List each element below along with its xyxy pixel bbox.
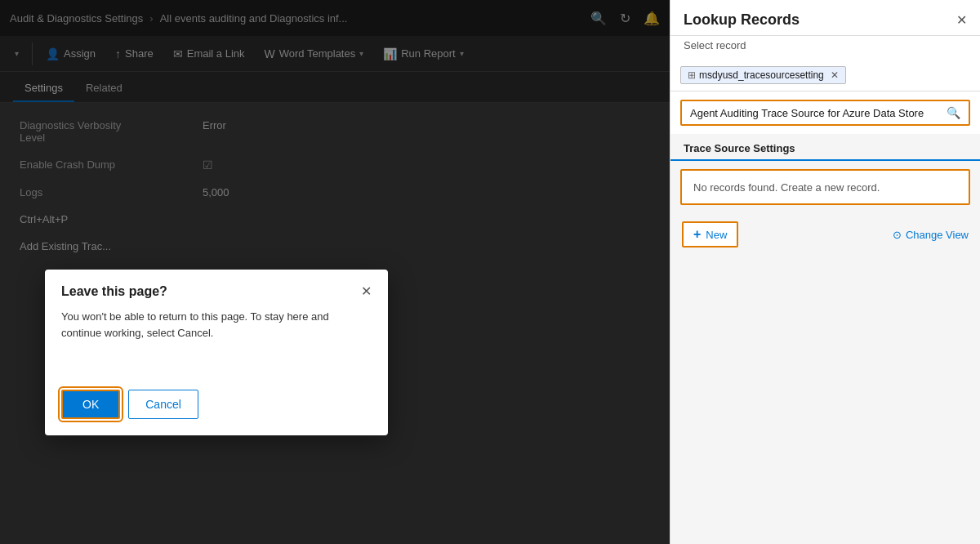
leave-page-dialog: Leave this page? ✕ You won't be able to … bbox=[45, 270, 388, 435]
ok-button[interactable]: OK bbox=[61, 390, 120, 419]
new-btn-row: + New ⊙ Change View bbox=[670, 213, 980, 256]
no-records-text: No records found. Create a new record. bbox=[693, 181, 880, 194]
view-icon: ⊙ bbox=[893, 229, 902, 241]
tag-remove-button[interactable]: ✕ bbox=[831, 69, 839, 81]
search-box-area: 🔍 bbox=[670, 91, 980, 134]
dialog-header: Leave this page? ✕ bbox=[45, 270, 388, 309]
lookup-panel: Lookup Records ✕ Select record ⊞ msdyusd… bbox=[670, 0, 980, 544]
dialog-message: You won't be able to return to this page… bbox=[61, 309, 372, 341]
lookup-close-button[interactable]: ✕ bbox=[956, 12, 967, 28]
tag-label: msdyusd_tracesourcesetting bbox=[699, 69, 824, 81]
lookup-header: Lookup Records ✕ bbox=[670, 0, 980, 36]
new-record-button[interactable]: + New bbox=[682, 221, 738, 247]
lookup-title: Lookup Records bbox=[684, 11, 800, 29]
no-records-area: No records found. Create a new record. bbox=[680, 169, 970, 205]
tag-chip: ⊞ msdyusd_tracesourcesetting ✕ bbox=[680, 66, 846, 84]
change-view-button[interactable]: ⊙ Change View bbox=[893, 229, 969, 241]
dialog-body: You won't be able to return to this page… bbox=[45, 309, 388, 390]
dialog-close-button[interactable]: ✕ bbox=[361, 285, 372, 298]
tag-chip-area: ⊞ msdyusd_tracesourcesetting ✕ bbox=[670, 60, 980, 91]
section-header: Trace Source Settings bbox=[670, 134, 980, 161]
dialog-footer: OK Cancel bbox=[45, 390, 388, 435]
cancel-button[interactable]: Cancel bbox=[128, 390, 198, 419]
lookup-subtitle: Select record bbox=[670, 36, 980, 60]
search-box: 🔍 bbox=[680, 100, 970, 126]
change-view-label: Change View bbox=[906, 229, 969, 241]
search-button-icon[interactable]: 🔍 bbox=[947, 106, 960, 119]
new-label: New bbox=[706, 229, 727, 241]
plus-icon: + bbox=[693, 227, 701, 242]
dialog-title: Leave this page? bbox=[61, 284, 167, 299]
tag-entity-icon: ⊞ bbox=[688, 69, 696, 81]
search-input[interactable] bbox=[690, 107, 947, 119]
